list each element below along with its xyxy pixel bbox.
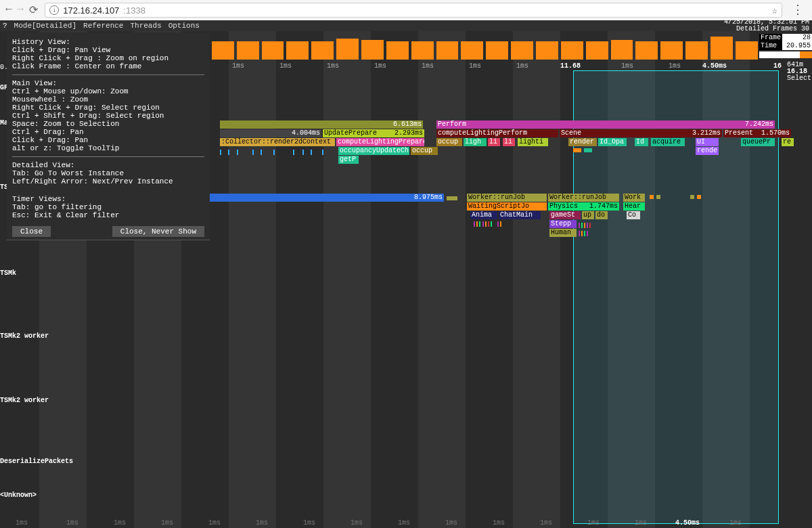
help-menu[interactable]: ? <box>3 22 7 30</box>
main-bar-perform[interactable]: Perform7.242ms <box>436 120 775 129</box>
queuepr-bar[interactable]: queuePr <box>741 138 775 146</box>
frame-meter: Frame28 Time20.955 <box>759 34 812 58</box>
chatmain-ticks <box>474 221 541 226</box>
chatmain-bar[interactable]: ChatMain <box>499 211 541 219</box>
idopa-bar[interactable]: Id_Opa <box>598 138 627 146</box>
url-port: :1338 <box>123 5 145 16</box>
small-bar[interactable] <box>573 148 581 152</box>
occupd2-bar[interactable]: occup <box>411 147 438 155</box>
threads-menu[interactable]: Threads <box>130 22 161 30</box>
update-prepare-bar[interactable]: UpdatePrepare2.293ms <box>323 129 424 137</box>
acquire-bar[interactable]: acquire <box>651 138 685 146</box>
help-line: Click + Drag: Pan <box>12 136 204 144</box>
help-h4: Timer Views: <box>12 195 204 203</box>
menu-dots-icon[interactable]: ⋮ <box>789 7 807 14</box>
forward-icon[interactable]: → <box>18 3 24 17</box>
scene-label: Scene <box>561 129 581 137</box>
li-bar[interactable]: li <box>488 138 500 146</box>
physics-time: 1.747ms <box>589 202 618 211</box>
tiny-bar[interactable] <box>650 195 654 199</box>
ruler-tick: 1ms <box>621 62 633 70</box>
compute-prep-bar[interactable]: computeLightingPrepare <box>336 138 424 146</box>
ruler-tick: 1ms <box>16 519 28 527</box>
gamest-bar[interactable]: gameSt <box>549 211 581 219</box>
track-label-unknown: <Unknown> <box>0 491 37 499</box>
help-h3: Detailed View: <box>12 161 204 169</box>
help-line: Tab: go to filtering <box>12 203 204 211</box>
time-ruler-bottom[interactable]: 1ms 1ms 1ms 1ms 1ms 1ms 1ms 1ms 1ms 1ms … <box>12 517 812 527</box>
ruler-tick: 1ms <box>279 62 292 70</box>
help-line: Ctrl + Drag: Pan <box>12 128 204 136</box>
collector-bar[interactable]: :Collector::render2dContext <box>220 138 335 146</box>
lighti-bar[interactable]: lighti <box>518 138 548 146</box>
co-bar[interactable]: Co <box>627 211 640 219</box>
track-label-w1: TSMk2 worker <box>0 332 49 340</box>
help-line: alt or z: Toggle ToolTip <box>12 144 204 152</box>
occupd-bar[interactable]: occupancyUpdateCh <box>338 147 409 155</box>
human-bar[interactable]: Human <box>549 229 577 237</box>
id-bar[interactable]: Id <box>635 138 648 146</box>
bookmark-icon[interactable]: ☆ <box>772 5 777 16</box>
track-label-dp: DeserializePackets <box>0 458 73 465</box>
waiting-bar[interactable]: WaitingScriptJo <box>467 202 547 211</box>
worker1-bar[interactable]: Worker::runJob <box>467 194 547 202</box>
mode-menu[interactable]: Mode[Detailed] <box>14 22 76 30</box>
ruler-tick: 1ms <box>493 519 505 527</box>
reload-icon[interactable]: ⟳ <box>29 3 38 17</box>
help-h2: Main View: <box>12 79 204 87</box>
ruler-tick: 1ms <box>114 519 126 527</box>
getp-bar[interactable]: getP <box>338 156 359 164</box>
anima-bar[interactable]: Anima <box>470 211 497 219</box>
hear-bar[interactable]: Hear <box>623 202 645 211</box>
ruler-tick: 1ms <box>327 62 339 70</box>
back-icon[interactable]: ← <box>5 3 12 17</box>
site-info-icon[interactable]: i <box>49 5 59 15</box>
compute-perf-bar[interactable]: computeLightingPerform <box>436 129 558 137</box>
tick-row <box>220 149 335 154</box>
gamest-ticks <box>579 222 619 237</box>
tiny-bar[interactable] <box>656 195 660 199</box>
work-bar[interactable]: Work <box>623 194 645 202</box>
scene-bar[interactable]: Scene3.212ms <box>560 129 722 137</box>
main-bar-olive[interactable]: 6.613ms <box>220 120 423 129</box>
ui-bar[interactable]: UI <box>696 138 719 146</box>
help-line: Mousewheel : Zoom <box>12 95 204 104</box>
occ-bar[interactable]: occup <box>436 138 462 146</box>
ruler-tick: 1ms <box>729 519 742 527</box>
meter-time-k: Time <box>759 42 782 50</box>
tsm-small-bar[interactable] <box>447 196 457 200</box>
physics-bar[interactable]: Physics1.747ms <box>548 202 619 211</box>
help-line: Right Click + Drag : Zoom on region <box>12 54 204 62</box>
li2-bar[interactable]: li <box>503 138 515 146</box>
present-bar[interactable]: Present1.570ms <box>723 129 791 137</box>
main-bar-time[interactable]: 4.004ms <box>220 129 321 137</box>
reference-menu[interactable]: Reference <box>83 22 123 30</box>
perform-time: 7.242ms <box>745 120 773 129</box>
profiler-app: ? Mode[Detailed] Reference Threads Optio… <box>0 20 812 528</box>
options-menu[interactable]: Options <box>168 22 200 30</box>
stepp-bar[interactable]: Stepp <box>549 220 577 228</box>
light-bar[interactable]: ligh <box>464 138 487 146</box>
tiny-bar[interactable] <box>690 195 694 199</box>
worker2-bar[interactable]: Worker::runJob <box>548 194 619 202</box>
re-bar[interactable]: re <box>782 138 794 146</box>
help-h1: History View: <box>12 38 204 46</box>
close-never-button[interactable]: Close, Never Show <box>112 226 204 237</box>
rende-bar[interactable]: rende <box>696 147 719 155</box>
do-bar[interactable]: do <box>595 211 608 219</box>
track-label-w2: TSMk2 worker <box>0 397 49 404</box>
help-line: Right Click + Drag: Select region <box>12 104 204 112</box>
browser-chrome: ← → ⟳ i 172.16.24.107:1338 ☆ ⋮ <box>0 0 812 20</box>
render-bar[interactable]: render <box>568 138 597 146</box>
meter-time-v: 20.955 <box>782 42 812 50</box>
small-bar[interactable] <box>584 148 592 152</box>
physics-label: Physics <box>549 202 578 210</box>
help-line: Click Frame : Center on frame <box>12 62 204 70</box>
close-button[interactable]: Close <box>12 226 51 237</box>
ruler-tick: 1ms <box>256 519 268 527</box>
ruler-tick: 1ms <box>232 62 244 70</box>
tiny-bar[interactable] <box>697 195 701 199</box>
address-bar[interactable]: i 172.16.24.107:1338 ☆ <box>45 3 782 18</box>
ruler-big: 16 <box>773 62 782 70</box>
up-bar[interactable]: up <box>582 211 594 219</box>
